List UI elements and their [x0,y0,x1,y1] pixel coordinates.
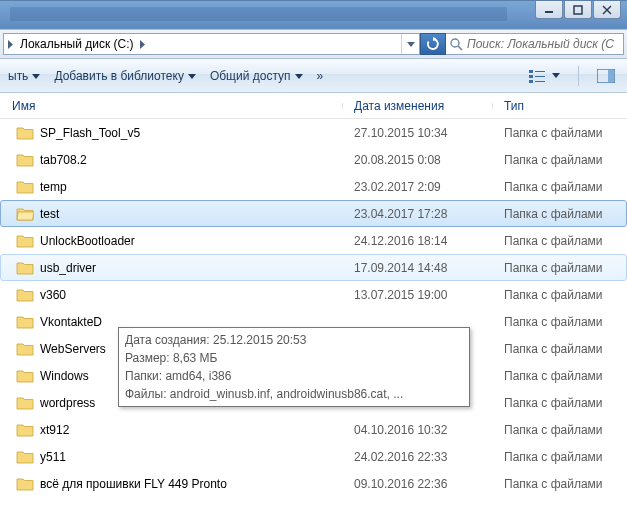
cell-type: Папка с файлами [492,450,627,464]
svg-rect-7 [535,71,545,72]
view-details-icon [529,69,549,83]
svg-rect-1 [574,6,582,14]
maximize-icon [573,5,583,15]
toolbar-overflow[interactable]: » [317,69,324,83]
table-row[interactable]: v36013.07.2015 19:00Папка с файлами [0,281,627,308]
cell-name: v360 [0,287,342,303]
breadcrumb-bar[interactable]: Локальный диск (C:) [3,33,420,55]
address-dropdown[interactable] [401,34,419,54]
tooltip: Дата создания: 25.12.2015 20:53 Размер: … [118,327,470,407]
svg-line-3 [603,6,611,14]
svg-line-2 [603,6,611,14]
cell-type: Папка с файлами [492,477,627,491]
search-placeholder: Поиск: Локальный диск (C [467,37,614,51]
table-row[interactable]: y51124.02.2016 22:33Папка с файлами [0,443,627,470]
svg-rect-9 [535,76,545,77]
file-name: Windows [40,369,89,383]
chevron-down-icon [32,74,40,79]
file-name: xt912 [40,423,69,437]
svg-rect-8 [529,75,533,78]
cell-type: Папка с файлами [492,153,627,167]
table-row[interactable]: test23.04.2017 17:28Папка с файлами [0,200,627,227]
file-list: SP_Flash_Tool_v527.10.2015 10:34Папка с … [0,119,627,497]
file-name: WebServers [40,342,106,356]
view-mode-button[interactable] [525,67,564,85]
tooltip-line: Размер: 8,63 МБ [125,349,463,367]
column-header-type[interactable]: Тип [492,99,627,113]
file-name: temp [40,180,67,194]
svg-rect-11 [535,81,545,82]
table-row[interactable]: xt91204.10.2016 10:32Папка с файлами [0,416,627,443]
file-name: usb_driver [40,261,96,275]
table-row[interactable]: SP_Flash_Tool_v527.10.2015 10:34Папка с … [0,119,627,146]
cell-date: 17.09.2014 14:48 [343,261,493,275]
table-row[interactable]: UnlockBootloader24.12.2016 18:14Папка с … [0,227,627,254]
toolbar-share[interactable]: Общий доступ [210,69,303,83]
svg-rect-13 [608,70,614,82]
maximize-button[interactable] [564,1,592,19]
svg-point-4 [451,39,459,47]
file-name: SP_Flash_Tool_v5 [40,126,140,140]
chevron-down-icon [552,73,560,78]
table-row[interactable]: usb_driver17.09.2014 14:48Папка с файлам… [0,254,627,281]
cell-name: usb_driver [1,260,343,276]
cell-date: 09.10.2016 22:36 [342,477,492,491]
cell-name: UnlockBootloader [0,233,342,249]
column-header-date[interactable]: Дата изменения [342,99,492,113]
breadcrumb-location[interactable]: Локальный диск (C:) [18,37,136,51]
table-row[interactable]: temp23.02.2017 2:09Папка с файлами [0,173,627,200]
cell-type: Папка с файлами [492,369,627,383]
column-header-name[interactable]: Имя [0,99,342,113]
cell-type: Папка с файлами [492,423,627,437]
svg-rect-12 [597,69,615,83]
cell-date: 24.12.2016 18:14 [342,234,492,248]
search-input[interactable]: Поиск: Локальный диск (C [446,33,624,55]
toolbar: ыть Добавить в библиотеку Общий доступ » [0,59,627,93]
minimize-button[interactable] [535,1,563,19]
titlebar [0,1,627,29]
cell-name: y511 [0,449,342,465]
file-name: UnlockBootloader [40,234,135,248]
svg-line-5 [458,46,462,50]
table-row[interactable]: всё для прошивки FLY 449 Pronto09.10.201… [0,470,627,497]
minimize-icon [544,5,554,15]
cell-date: 13.07.2015 19:00 [342,288,492,302]
refresh-button[interactable] [420,33,446,55]
chevron-down-icon [295,74,303,79]
cell-name: всё для прошивки FLY 449 Pronto [0,476,342,492]
window-title-blur [10,7,507,21]
cell-type: Папка с файлами [492,126,627,140]
preview-pane-button[interactable] [593,67,619,85]
search-icon [450,38,463,51]
cell-date: 20.08.2015 0:08 [342,153,492,167]
table-row[interactable]: tab708.220.08.2015 0:08Папка с файлами [0,146,627,173]
cell-name: SP_Flash_Tool_v5 [0,125,342,141]
toolbar-organize-fragment[interactable]: ыть [8,69,40,83]
close-button[interactable] [593,1,621,19]
preview-pane-icon [597,69,615,83]
address-bar-row: Локальный диск (C:) Поиск: Локальный дис… [0,29,627,59]
toolbar-add-to-library[interactable]: Добавить в библиотеку [54,69,196,83]
cell-name: temp [0,179,342,195]
cell-type: Папка с файлами [492,180,627,194]
file-name: VkontakteD [40,315,102,329]
cell-date: 04.10.2016 10:32 [342,423,492,437]
cell-date: 23.02.2017 2:09 [342,180,492,194]
cell-type: Папка с файлами [493,207,626,221]
column-headers: Имя Дата изменения Тип [0,93,627,119]
file-name: tab708.2 [40,153,87,167]
file-name: wordpress [40,396,95,410]
cell-type: Папка с файлами [492,342,627,356]
chevron-down-icon [188,74,196,79]
file-name: v360 [40,288,66,302]
svg-rect-6 [529,70,533,73]
close-icon [602,5,612,15]
cell-name: test [1,206,343,222]
cell-name: xt912 [0,422,342,438]
chevron-right-icon[interactable] [4,34,18,54]
window-controls [534,1,621,19]
cell-date: 27.10.2015 10:34 [342,126,492,140]
chevron-right-icon[interactable] [136,34,150,54]
cell-name: tab708.2 [0,152,342,168]
file-name: y511 [40,450,66,464]
